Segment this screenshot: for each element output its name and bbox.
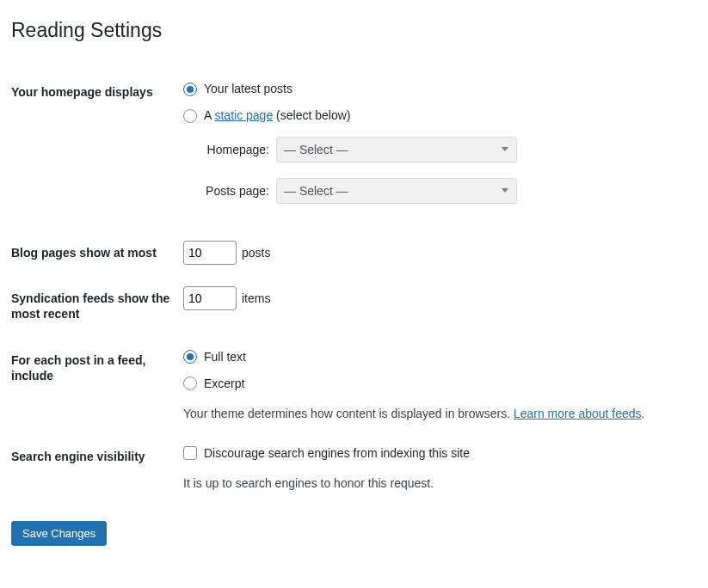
learn-more-feeds-link[interactable]: Learn more about feeds: [514, 407, 642, 420]
feed-excerpt-option[interactable]: Excerpt: [183, 375, 688, 393]
syndication-suffix: items: [242, 290, 270, 308]
blog-pages-label: Blog pages show at most: [11, 232, 183, 278]
homepage-latest-posts-text: Your latest posts: [204, 80, 292, 98]
blog-pages-input[interactable]: [183, 241, 237, 265]
homepage-static-page-radio[interactable]: [183, 109, 197, 123]
static-page-link[interactable]: static page: [214, 108, 273, 122]
feed-fulltext-radio[interactable]: [183, 350, 197, 364]
syndication-label: Syndication feeds show the most recent: [11, 278, 183, 339]
homepage-static-page-option[interactable]: A static page (select below): [183, 107, 688, 125]
save-button[interactable]: Save Changes: [11, 521, 107, 546]
blog-pages-suffix: posts: [242, 244, 270, 262]
homepage-latest-posts-radio[interactable]: [183, 83, 197, 96]
discourage-search-text: Discourage search engines from indexing …: [204, 444, 470, 462]
search-engine-label: Search engine visibility: [11, 436, 183, 505]
search-engine-description: It is up to search engines to honor this…: [183, 475, 688, 493]
feed-description: Your theme determines how content is dis…: [183, 405, 688, 423]
feed-fulltext-option[interactable]: Full text: [183, 348, 688, 366]
discourage-search-checkbox[interactable]: [183, 446, 197, 460]
postspage-select-label: Posts page:: [200, 182, 269, 200]
feed-excerpt-radio[interactable]: [183, 377, 197, 390]
postspage-select[interactable]: — Select —: [276, 178, 517, 204]
homepage-select[interactable]: — Select —: [276, 137, 517, 162]
homepage-latest-posts-option[interactable]: Your latest posts: [183, 80, 688, 98]
feed-fulltext-text: Full text: [204, 348, 246, 366]
feed-excerpt-text: Excerpt: [204, 375, 244, 393]
syndication-input[interactable]: [183, 286, 237, 310]
homepage-static-page-text: A static page (select below): [204, 107, 350, 125]
discourage-search-option[interactable]: Discourage search engines from indexing …: [183, 444, 688, 462]
feed-include-label: For each post in a feed, include: [11, 340, 183, 436]
homepage-display-label: Your homepage displays: [11, 71, 183, 232]
page-title: Reading Settings: [11, 11, 697, 46]
homepage-select-label: Homepage:: [200, 141, 269, 159]
